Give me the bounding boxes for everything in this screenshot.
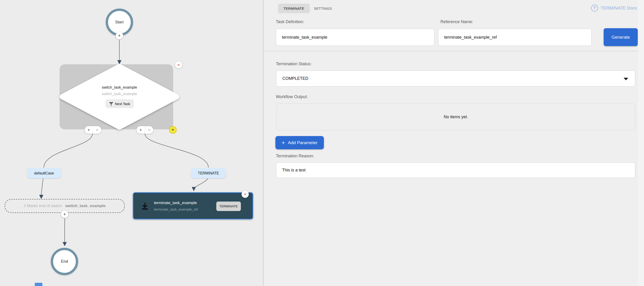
- plus-icon: +: [63, 211, 66, 217]
- scrollbar-track[interactable]: [638, 0, 644, 286]
- chevron-down-icon: [623, 78, 628, 81]
- left-branch-pill: + −: [84, 126, 101, 134]
- workflow-canvas[interactable]: Start + switch_task_example switch_task_…: [0, 0, 263, 286]
- plus-icon: +: [118, 33, 121, 38]
- generate-button[interactable]: Generate: [604, 28, 638, 46]
- termination-status-select[interactable]: COMPLETED: [276, 71, 635, 87]
- tab-label: SETTINGS: [314, 6, 332, 10]
- termination-status-label: Termination Status:: [276, 62, 312, 66]
- task-config-panel: TERMINATE SETTINGS ? TERMINATE Docs Task…: [264, 0, 644, 286]
- reference-name-label: Reference Name:: [440, 19, 473, 24]
- close-icon: ✕: [177, 63, 180, 67]
- termination-reason-label: Termination Reason:: [276, 154, 314, 158]
- help-icon: ?: [591, 5, 598, 11]
- next-task-chip[interactable]: Next Task: [106, 99, 134, 108]
- workflow-edges: [0, 0, 263, 286]
- branch-label-defaultcase[interactable]: defaultCase: [27, 168, 61, 178]
- terminate-docs-link[interactable]: ? TERMINATE Docs: [591, 3, 637, 13]
- terminate-task-node[interactable]: terminate_task_example terminate_task_ex…: [133, 192, 253, 219]
- reference-name-input[interactable]: [438, 29, 592, 46]
- workflow-output-empty-text: No items yet.: [444, 115, 468, 119]
- terminate-type-text: TERMINATE: [219, 205, 238, 208]
- canvas-control-partial[interactable]: [35, 283, 42, 286]
- branch-label-text: TERMINATE: [198, 171, 219, 175]
- delete-terminate-task-button[interactable]: ✕: [242, 191, 249, 198]
- termination-reason-input[interactable]: [276, 162, 635, 178]
- add-parameter-text: Add Parameter: [288, 140, 318, 145]
- workflow-output-box: No items yet.: [276, 103, 635, 130]
- add-case-button[interactable]: +: [136, 126, 145, 134]
- terminate-icon: [141, 202, 149, 210]
- tab-terminate[interactable]: TERMINATE: [278, 4, 310, 13]
- plus-icon: +: [172, 127, 174, 133]
- section-divider: [264, 51, 644, 51]
- fork-icon: [109, 102, 113, 106]
- task-definition-input[interactable]: [276, 29, 434, 46]
- branch-label-text: defaultCase: [34, 171, 54, 175]
- end-node[interactable]: End: [51, 248, 78, 275]
- add-switch-case-button[interactable]: +: [169, 126, 177, 134]
- help-glyph: ?: [594, 6, 596, 10]
- switch-node-ref: switch_task_example: [75, 92, 164, 96]
- start-node-label: Start: [115, 20, 124, 24]
- terminate-node-texts: terminate_task_example terminate_task_ex…: [154, 201, 198, 211]
- tab-label: TERMINATE: [284, 6, 304, 10]
- terminate-node-name: terminate_task_example: [154, 201, 198, 205]
- workflow-output-label: Workflow Output:: [276, 94, 308, 99]
- end-node-label: End: [61, 259, 68, 264]
- switch-task-container[interactable]: [60, 64, 173, 129]
- branch-label-terminate[interactable]: TERMINATE: [191, 168, 226, 178]
- terminate-node-ref: terminate_task_example_ref: [154, 207, 198, 211]
- right-branch-pill: + −: [136, 126, 153, 134]
- terminate-type-badge: TERMINATE: [216, 202, 241, 211]
- termination-status-value: COMPLETED: [282, 76, 308, 81]
- end-switch-comment: // Marks end of switch: [24, 204, 62, 208]
- add-task-after-start-button[interactable]: +: [116, 32, 123, 39]
- add-parameter-button[interactable]: + Add Parameter: [276, 136, 324, 149]
- task-definition-label: Task Definition:: [276, 19, 304, 24]
- add-case-button[interactable]: +: [84, 126, 93, 134]
- generate-button-text: Generate: [612, 35, 630, 40]
- next-task-label: Next Task: [115, 102, 130, 106]
- add-task-after-switch-button[interactable]: +: [61, 211, 68, 218]
- close-icon: ✕: [244, 192, 247, 196]
- switch-node-name: switch_task_example: [75, 85, 164, 90]
- plus-icon: +: [282, 140, 285, 146]
- delete-switch-task-button[interactable]: ✕: [175, 61, 182, 68]
- end-switch-name: switch_task_example: [65, 204, 106, 208]
- remove-case-button[interactable]: −: [93, 126, 102, 134]
- docs-link-text: TERMINATE Docs: [601, 5, 637, 11]
- tab-settings[interactable]: SETTINGS: [312, 4, 333, 13]
- remove-case-button[interactable]: −: [145, 126, 154, 134]
